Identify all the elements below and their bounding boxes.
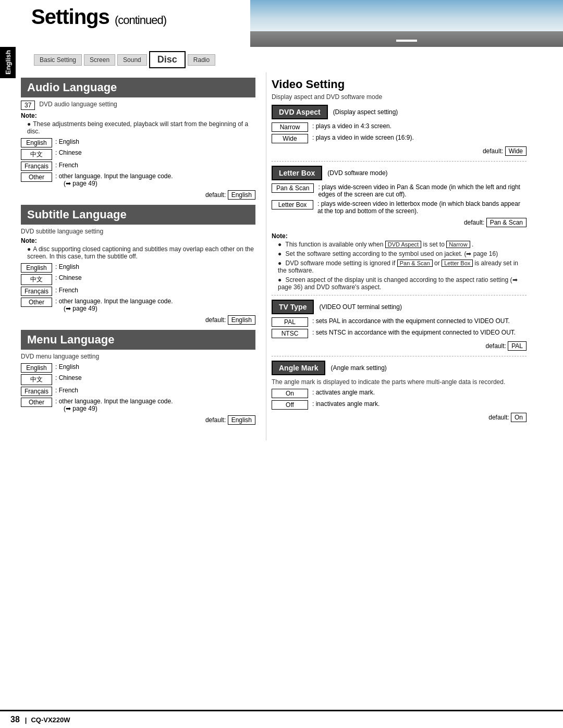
letter-box-panscan: Pan & Scan : plays wide-screen video in …: [272, 183, 527, 198]
letter-box-default-line: default: Pan & Scan: [272, 218, 527, 227]
dvd-aspect-wide-desc: : plays a video in wide screen (16:9).: [312, 134, 527, 141]
angle-mark-on: On : activates angle mark.: [272, 389, 527, 398]
letter-box-section: Letter Box (DVD software mode) Pan & Sca…: [272, 166, 527, 291]
audio-language-section: Audio Language 37 DVD audio language set…: [21, 78, 255, 200]
menu-other-ref: (➡ page 49): [64, 405, 97, 412]
tv-type-default-value: PAL: [508, 341, 527, 351]
letter-box-letterbox-desc: : plays wide-screen video in letterbox m…: [317, 200, 527, 215]
subtitle-other-ref: (➡ page 49): [64, 305, 97, 312]
menu-default-value: English: [228, 415, 255, 425]
letter-box-panscan-desc: : plays wide-screen video in Pan & Scan …: [318, 183, 527, 198]
dvd-aspect-narrow: Narrow : plays a video in 4:3 screen.: [272, 122, 527, 132]
page-number: 38: [10, 715, 20, 724]
subtitle-french-box: Français: [21, 287, 52, 296]
subtitle-french-desc: : French: [55, 287, 78, 294]
menu-default-label: default:: [205, 416, 226, 424]
angle-mark-header: Angle Mark (Angle mark setting): [272, 361, 527, 375]
audio-other-box: Other: [21, 172, 52, 182]
letter-box-header: Letter Box (DVD software mode): [272, 166, 527, 180]
menu-other-desc: : other language. Input the language cod…: [55, 398, 173, 412]
audio-note-label: Note:: [21, 112, 255, 119]
dvd-aspect-narrow-box: Narrow: [272, 122, 308, 132]
tv-type-ntsc-box: NTSC: [272, 329, 308, 338]
angle-mark-on-box: On: [272, 389, 308, 398]
angle-mark-off-box: Off: [272, 400, 308, 410]
subtitle-lang-chinese: 中文 : Chinese: [21, 274, 255, 285]
subtitle-default-label: default:: [205, 316, 226, 324]
letter-box-default-value: Pan & Scan: [486, 218, 527, 227]
page-title: Settings (continued): [31, 5, 166, 28]
video-setting-subtext: Display aspect and DVD software mode: [272, 93, 527, 101]
subtitle-english-box: English: [21, 263, 52, 273]
audio-english-box: English: [21, 138, 52, 147]
subtitle-other-box: Other: [21, 298, 52, 307]
audio-lang-french: Français : French: [21, 162, 255, 171]
letter-box-note-1: This function is available only when DVD…: [278, 241, 527, 248]
menu-chinese-desc: : Chinese: [55, 374, 82, 381]
dvd-aspect-desc: (Display aspect setting): [333, 108, 398, 116]
angle-mark-on-desc: : activates angle mark.: [312, 389, 527, 396]
angle-mark-default-label: default:: [488, 414, 509, 421]
audio-note-text: These adjustments being executed, playba…: [27, 120, 255, 135]
audio-language-options: English : English 中文 : Chinese Français …: [21, 138, 255, 187]
dvd-aspect-default-line: default: Wide: [272, 146, 527, 156]
tab-screen[interactable]: Screen: [84, 54, 115, 66]
tv-type-default-line: default: PAL: [272, 341, 527, 351]
menu-english-box: English: [21, 363, 52, 373]
tab-bar: Basic Setting Screen Sound Disc Radio: [16, 47, 563, 72]
audio-language-heading: Audio Language: [21, 78, 255, 97]
audio-english-desc: : English: [55, 138, 79, 145]
tab-sound[interactable]: Sound: [117, 54, 147, 66]
menu-french-box: Français: [21, 387, 52, 396]
subtitle-chinese-desc: : Chinese: [55, 274, 82, 281]
subtitle-chinese-box: 中文: [21, 274, 52, 285]
road-line: [396, 40, 417, 42]
subtitle-note-label: Note:: [21, 237, 255, 244]
angle-mark-section: Angle Mark (Angle mark setting) The angl…: [272, 361, 527, 422]
audio-default-label: default:: [205, 191, 226, 199]
menu-chinese-box: 中文: [21, 374, 52, 385]
menu-language-heading: Menu Language: [21, 330, 255, 350]
dvd-aspect-narrow-desc: : plays a video in 4:3 screen.: [312, 122, 527, 130]
dvd-aspect-title: DVD Aspect: [272, 105, 328, 119]
audio-chinese-box: 中文: [21, 149, 52, 160]
title-sub: (continued): [115, 14, 166, 27]
header-background: [250, 0, 563, 47]
subtitle-lang-other: Other : other language. Input the langua…: [21, 298, 255, 312]
tab-basic-setting[interactable]: Basic Setting: [34, 54, 82, 66]
angle-mark-desc: (Angle mark setting): [331, 364, 386, 372]
page-title-container: Settings (continued): [31, 5, 166, 29]
audio-other-ref: (➡ page 49): [64, 180, 97, 187]
subtitle-lang-english: English : English: [21, 263, 255, 273]
right-column: Video Setting Display aspect and DVD sof…: [266, 72, 537, 440]
dvd-aspect-section: DVD Aspect (Display aspect setting) Narr…: [272, 105, 527, 156]
menu-default-line: default: English: [21, 415, 255, 425]
angle-mark-subtext: The angle mark is displayed to indicate …: [272, 378, 527, 386]
menu-lang-chinese: 中文 : Chinese: [21, 374, 255, 385]
letter-box-note-2: Set the software setting according to th…: [278, 250, 527, 257]
dvd-aspect-default-value: Wide: [505, 146, 527, 156]
divider-2: [272, 295, 527, 295]
audio-lang-chinese: 中文 : Chinese: [21, 149, 255, 160]
subtitle-language-section: Subtitle Language DVD subtitle language …: [21, 205, 255, 325]
road-graphic: [250, 31, 563, 47]
angle-mark-title: Angle Mark: [272, 361, 325, 375]
subtitle-language-subtext: DVD subtitle language setting: [21, 228, 255, 235]
tv-type-ntsc-desc: : sets NTSC in accordance with the equip…: [312, 329, 527, 336]
audio-other-desc: : other language. Input the language cod…: [55, 172, 173, 187]
letter-box-note-4: Screen aspect of the display unit is cha…: [278, 276, 527, 291]
tab-radio[interactable]: Radio: [188, 54, 215, 66]
tv-type-pal-desc: : sets PAL in accordance with the equipm…: [312, 317, 527, 325]
page-footer: 38 | CQ-VX220W: [0, 710, 563, 728]
tab-disc[interactable]: Disc: [149, 51, 186, 68]
model-number: CQ-VX220W: [31, 716, 70, 724]
audio-french-box: Français: [21, 162, 52, 171]
subtitle-note-text: A disc supporting closed captioning and …: [27, 245, 255, 260]
sidebar-language-label: English: [0, 47, 16, 78]
tv-type-pal-box: PAL: [272, 317, 308, 327]
subtitle-language-heading: Subtitle Language: [21, 205, 255, 225]
subtitle-default-value: English: [228, 315, 255, 325]
dvd-aspect-header: DVD Aspect (Display aspect setting): [272, 105, 527, 119]
page-header: Settings (continued): [0, 0, 563, 47]
tv-type-header: TV Type (VIDEO OUT terminal setting): [272, 300, 527, 314]
